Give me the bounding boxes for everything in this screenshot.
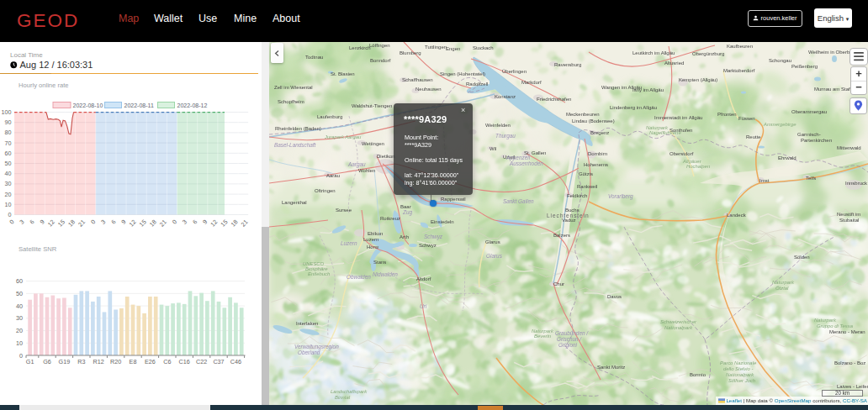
svg-text:12: 12 [209, 218, 219, 229]
svg-text:Naturpark: Naturpark [814, 318, 837, 323]
svg-text:Nationalpark: Nationalpark [726, 372, 754, 377]
svg-text:Hochalpen: Hochalpen [686, 164, 711, 169]
svg-text:20: 20 [5, 191, 12, 198]
svg-text:Gruppo di Tessa: Gruppo di Tessa [817, 323, 854, 329]
svg-text:E26: E26 [145, 358, 156, 365]
svg-text:90: 90 [5, 118, 12, 126]
svg-text:Garmisch-: Garmisch- [797, 132, 821, 137]
svg-text:Laives - Leifers: Laives - Leifers [837, 384, 868, 389]
svg-text:2022-08-10: 2022-08-10 [73, 102, 103, 108]
svg-text:Imst: Imst [760, 178, 770, 183]
svg-text:Kempten (Allgäu): Kempten (Allgäu) [679, 77, 717, 82]
svg-text:30: 30 [5, 180, 12, 187]
svg-text:2022-08-11: 2022-08-11 [124, 102, 154, 108]
svg-text:Bolzano - Boz: Bolzano - Boz [834, 360, 865, 365]
svg-text:Naturpark: Naturpark [772, 280, 795, 285]
svg-text:Luzern: Luzern [341, 240, 357, 246]
svg-text:Thurgau: Thurgau [495, 133, 516, 139]
svg-text:Engen: Engen [446, 46, 460, 51]
svg-text:Horw: Horw [367, 244, 379, 250]
svg-text:Bonndorf: Bonndorf [370, 58, 391, 63]
svg-text:Davos: Davos [607, 294, 622, 299]
svg-text:St. Blasien: St. Blasien [331, 71, 355, 76]
svg-text:21: 21 [77, 218, 87, 229]
svg-text:Radolfzell: Radolfzell [466, 81, 488, 87]
svg-text:18: 18 [229, 218, 239, 229]
svg-text:Tuttlingen: Tuttlingen [425, 45, 447, 50]
svg-text:Beverin: Beverin [534, 334, 552, 339]
svg-text:Dietikon: Dietikon [377, 154, 395, 159]
svg-text:0: 0 [89, 218, 97, 226]
svg-text:Friedrichshafen: Friedrichshafen [537, 97, 571, 102]
svg-text:Rotkreuz: Rotkreuz [380, 216, 400, 221]
svg-text:Kaufbeuren: Kaufbeuren [727, 44, 753, 49]
svg-text:9: 9 [119, 218, 127, 226]
svg-text:Wil: Wil [490, 146, 496, 151]
svg-text:Jurapark Aargau: Jurapark Aargau [324, 134, 362, 139]
svg-text:Nationalpark: Nationalpark [664, 325, 693, 330]
svg-text:Stubaital: Stubaital [839, 218, 859, 223]
svg-text:Ravensburg: Ravensburg [554, 62, 581, 67]
svg-text:0: 0 [8, 218, 15, 226]
svg-text:Rheinfelden (Baden): Rheinfelden (Baden) [275, 126, 321, 131]
svg-text:Marktoberdorf: Marktoberdorf [723, 68, 755, 73]
svg-text:21: 21 [158, 218, 168, 229]
svg-text:9: 9 [39, 218, 46, 226]
svg-text:12: 12 [46, 218, 56, 229]
svg-text:10: 10 [5, 201, 12, 208]
svg-text:Nagelfluhkette: Nagelfluhkette [649, 130, 681, 135]
svg-text:Lindau (Bodensee): Lindau (Bodensee) [572, 118, 615, 124]
svg-text:Parco Nazionale: Parco Nazionale [720, 360, 757, 365]
svg-text:Zug: Zug [402, 209, 412, 216]
svg-text:12: 12 [128, 218, 138, 229]
svg-text:Merano - Meran: Merano - Meran [829, 329, 865, 334]
svg-text:Oftringen: Oftringen [315, 188, 336, 193]
svg-text:Neustift im: Neustift im [837, 212, 860, 217]
svg-text:Schongau: Schongau [769, 58, 791, 63]
svg-text:Götzis: Götzis [579, 171, 593, 176]
svg-text:6: 6 [109, 218, 117, 226]
svg-text:Glarus: Glarus [486, 253, 503, 259]
svg-text:15: 15 [56, 218, 66, 229]
svg-text:Telfs: Telfs [806, 176, 816, 181]
svg-text:Peißenberg: Peißenberg [791, 64, 818, 69]
svg-text:C22: C22 [196, 358, 207, 365]
svg-text:R12: R12 [93, 358, 104, 365]
svg-text:Obergünzburg: Obergünzburg [692, 51, 724, 56]
svg-text:G6: G6 [43, 358, 51, 365]
svg-text:Oberland: Oberland [298, 350, 320, 355]
svg-text:Luzern: Luzern [363, 237, 378, 242]
svg-text:Markdorf: Markdorf [521, 80, 542, 85]
svg-text:Weinfelden: Weinfelden [485, 123, 511, 128]
svg-text:G19: G19 [59, 358, 71, 365]
svg-text:100: 100 [2, 108, 12, 116]
svg-text:Stans: Stans [373, 260, 386, 265]
svg-text:C16: C16 [179, 358, 190, 365]
svg-text:G1: G1 [26, 358, 34, 365]
svg-text:Neuhausen: Neuhausen [415, 87, 442, 92]
svg-text:C46: C46 [230, 358, 241, 365]
svg-text:Partenkirchen: Partenkirchen [801, 138, 832, 143]
svg-text:Feldkirch: Feldkirch [567, 193, 587, 198]
svg-text:Landeck: Landeck [727, 213, 747, 218]
svg-text:Bregenz: Bregenz [590, 130, 609, 135]
svg-text:Schaffhausen: Schaffhausen [402, 77, 433, 82]
svg-text:Uri: Uri [420, 303, 427, 309]
svg-text:Langenthal: Langenthal [282, 200, 307, 205]
svg-text:Ehrwald: Ehrwald [778, 155, 797, 160]
svg-text:0: 0 [8, 211, 12, 218]
svg-text:50: 50 [16, 290, 23, 297]
svg-text:Isny im Allgäu: Isny im Allgäu [632, 87, 664, 92]
svg-text:Pfronten: Pfronten [717, 112, 737, 117]
svg-text:Waldshut-Tiengen: Waldshut-Tiengen [352, 103, 392, 108]
svg-text:Schwyz: Schwyz [419, 243, 437, 248]
svg-text:Lindenberg im Allgäu: Lindenberg im Allgäu [610, 105, 657, 110]
svg-text:3: 3 [181, 218, 188, 226]
svg-text:Laufenburg: Laufenburg [317, 114, 342, 119]
svg-text:0: 0 [19, 352, 23, 360]
svg-text:Füssen: Füssen [738, 116, 755, 121]
svg-text:40: 40 [5, 170, 12, 177]
svg-text:Dornbirn: Dornbirn [588, 151, 607, 156]
svg-text:Obwalden: Obwalden [347, 274, 371, 280]
svg-text:18: 18 [66, 218, 77, 229]
